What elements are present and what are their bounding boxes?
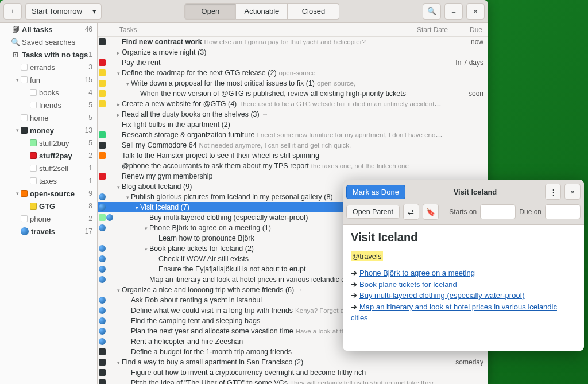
menu-button[interactable]: ≡ (444, 3, 463, 20)
sidebar-item[interactable]: stuff2buy5 (0, 137, 97, 149)
sidebar-item[interactable]: taxes1 (0, 174, 97, 187)
subtask-button[interactable]: ⇄ (403, 204, 419, 220)
col-tasks[interactable]: Tasks (102, 26, 402, 34)
chevron-icon[interactable]: ▾ (142, 226, 149, 231)
sidebar-item[interactable]: 🔍Saved searches (0, 36, 97, 48)
sidebar-item[interactable]: 🗐All tasks46 (0, 23, 97, 36)
chevron-icon[interactable]: ▾ (133, 205, 140, 211)
task-row[interactable]: ▾Write down a proposal for the most crit… (98, 78, 488, 88)
task-marks (98, 338, 115, 345)
search-icon: 🔍 (11, 38, 20, 46)
task-due: In 7 days (443, 59, 483, 67)
editor-tag[interactable]: @travels (351, 251, 383, 261)
sidebar-item[interactable]: errands3 (0, 61, 97, 73)
editor-window-title: Visit Iceland (409, 188, 541, 196)
editor-body[interactable]: Visit Iceland @travels ➔Phone Björk to a… (343, 225, 584, 351)
chevron-icon[interactable]: ▾ (115, 71, 122, 76)
chevron-icon[interactable]: ▾ (115, 360, 122, 366)
chevron-icon[interactable]: ▾ (115, 288, 122, 293)
task-row[interactable]: Find new contract workHow else am I gonn… (98, 37, 488, 47)
subtask-link[interactable]: Buy multi-layered clothing (especially w… (359, 291, 525, 300)
task-subtitle: → (296, 286, 303, 293)
globe-icon (99, 266, 106, 273)
sidebar-item-count: 3 (88, 63, 92, 71)
task-row[interactable]: Talk to the Hamster project to see if th… (98, 150, 488, 161)
chevron-icon[interactable]: ▸ (115, 102, 122, 107)
chevron-icon[interactable]: ▾ (142, 246, 149, 252)
task-body: Pay the rent (115, 59, 443, 67)
due-input[interactable] (545, 204, 581, 219)
task-row[interactable]: Figure out how to invent a cryptocurrenc… (98, 367, 488, 378)
subtask-link[interactable]: Book plane tickets for Iceland (359, 280, 457, 289)
sidebar-item[interactable]: phone2 (0, 212, 97, 225)
task-body: Talk to the Hamster project to see if th… (115, 152, 443, 160)
col-start[interactable]: Start Date (402, 26, 448, 34)
start-button[interactable]: Start Tomorrow (25, 3, 88, 20)
task-title: @phone the accountants to ask them about… (122, 162, 309, 170)
task-subtitle: I need some new furniture for my apartme… (257, 131, 443, 138)
search-button[interactable]: 🔍 (423, 3, 441, 20)
chevron-icon[interactable]: ▾ (124, 81, 131, 87)
task-marks (98, 255, 115, 262)
task-row[interactable]: ▸Create a new website for @GTG (4)There … (98, 99, 488, 109)
task-body: @phone the accountants to ask them about… (115, 162, 443, 170)
starts-input[interactable] (480, 204, 516, 219)
subtask-link-row: ➔Book plane tickets for Iceland (351, 279, 576, 290)
chevron-icon[interactable]: ▸ (115, 112, 122, 118)
arrow-icon: ➔ (351, 280, 357, 289)
close-button[interactable]: × (466, 3, 485, 20)
view-open[interactable]: Open (184, 3, 236, 20)
start-dropdown[interactable]: ▾ (88, 3, 102, 20)
sidebar[interactable]: 🗐All tasks46🔍Saved searches🗓Tasks with n… (0, 23, 98, 384)
mark-done-button[interactable]: Mark as Done (346, 185, 405, 199)
open-parent-button[interactable]: Open Parent (346, 205, 400, 219)
task-row[interactable]: Sell my Commodore 64Not needed anymore, … (98, 140, 488, 150)
sidebar-item-count: 1 (88, 164, 92, 172)
tag-swatch (30, 152, 37, 159)
chevron-icon[interactable]: ▾ (124, 195, 131, 200)
task-row[interactable]: ▾Define the roadmap for the next GTG rel… (98, 68, 488, 78)
task-row[interactable]: Research storage & organization furnitur… (98, 130, 488, 140)
sidebar-item[interactable]: ▾money13 (0, 124, 97, 137)
sidebar-item[interactable]: home5 (0, 111, 97, 124)
sidebar-item[interactable]: stuff2pay2 (0, 149, 97, 162)
task-marks (98, 100, 115, 107)
task-title: Renew my gym membership (122, 172, 212, 180)
chevron-icon[interactable]: ▸ (115, 50, 122, 56)
sidebar-item[interactable]: friends5 (0, 99, 97, 111)
chevron-icon[interactable]: ▾ (115, 184, 122, 190)
sidebar-item[interactable]: GTG8 (0, 200, 97, 212)
task-row[interactable]: When the new version of @GTG is publishe… (98, 88, 488, 99)
task-row[interactable]: @phone the accountants to ask them about… (98, 161, 488, 171)
task-row[interactable]: Pitch the idea of "The Uber of GTD" to s… (98, 378, 488, 384)
task-row[interactable]: Fix light bulbs in the apartment (2) (98, 119, 488, 130)
subtask-link[interactable]: Phone Björk to agree on a meeting (359, 269, 475, 277)
col-due[interactable]: Due (448, 26, 488, 34)
arrow-icon: ➔ (351, 302, 357, 311)
task-title: Blog about Iceland (9) (122, 183, 192, 191)
editor-menu-button[interactable]: ⋮ (545, 184, 561, 200)
subtask-links: ➔Phone Björk to agree on a meeting➔Book … (351, 267, 576, 324)
sidebar-item[interactable]: stuff2sell1 (0, 162, 97, 174)
task-marks (98, 173, 115, 180)
sidebar-item-label: home (30, 114, 88, 122)
editor-close-button[interactable]: × (564, 184, 581, 200)
task-body: ▾Define the roadmap for the next GTG rel… (115, 69, 443, 77)
task-row[interactable]: Pay the rentIn 7 days (98, 57, 488, 68)
view-actionable[interactable]: Actionable (236, 3, 288, 20)
task-row[interactable]: ▸Organize a movie night (3) (98, 47, 488, 57)
sidebar-item[interactable]: 🗓Tasks with no tags1 (0, 48, 97, 61)
task-subtitle: How else am I gonna pay for that yacht a… (204, 38, 366, 45)
task-row[interactable]: ▸Read all the dusty books on the shelves… (98, 109, 488, 119)
subtask-link[interactable]: Map an itinerary and look at hotel price… (351, 302, 557, 323)
sidebar-item[interactable]: ▾open-source9 (0, 187, 97, 200)
tag-button[interactable]: 🔖 (423, 204, 439, 220)
sidebar-item[interactable]: books4 (0, 86, 97, 99)
sidebar-item-count: 2 (88, 152, 92, 160)
sidebar-item[interactable]: ▾fun15 (0, 73, 97, 86)
task-marks (98, 348, 115, 355)
sidebar-item[interactable]: travels17 (0, 225, 97, 238)
new-task-button[interactable]: + (3, 3, 22, 20)
task-row[interactable]: ▾Find a way to buy a small apartment in … (98, 357, 488, 367)
view-closed[interactable]: Closed (288, 3, 339, 20)
